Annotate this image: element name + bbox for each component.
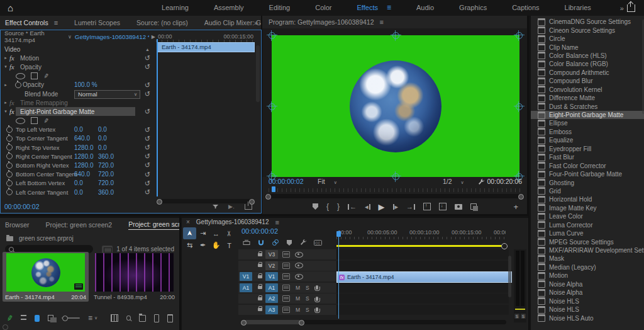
zoom-slider[interactable] <box>62 317 80 319</box>
work-area-bar[interactable] <box>336 245 502 247</box>
filter-icon[interactable] <box>213 205 218 208</box>
tool-track-select-forward[interactable]: ⇥ <box>196 227 209 239</box>
scrollbar-handle[interactable] <box>157 199 162 205</box>
tool-type[interactable]: T <box>223 239 236 251</box>
lock-icon[interactable] <box>255 286 264 289</box>
program-timecode[interactable]: 00:00:00:02 <box>269 178 303 185</box>
effect-item[interactable]: Image Matte Key <box>531 204 644 212</box>
effect-item[interactable]: Luma Corrector <box>531 221 644 229</box>
reset-icon[interactable] <box>145 89 150 98</box>
ruler-label[interactable]: 00:00:15:00 <box>452 229 482 236</box>
work-area-handle[interactable] <box>501 243 508 249</box>
effect-item[interactable]: Eyedropper Fill <box>531 145 644 153</box>
automate-to-sequence-icon[interactable] <box>111 314 118 322</box>
play-button-icon[interactable] <box>379 202 385 212</box>
effect-item[interactable]: Emboss <box>531 128 644 136</box>
effect-item[interactable]: Compound Blur <box>531 77 644 85</box>
vertex-y-value[interactable]: 720.0 <box>98 162 114 169</box>
mark-out-icon[interactable] <box>337 202 340 211</box>
reset-icon[interactable] <box>145 143 150 152</box>
step-forward-icon[interactable] <box>393 203 399 211</box>
vertex-x-value[interactable]: 0.0 <box>74 126 83 133</box>
source-patch[interactable] <box>240 305 252 314</box>
effect-item[interactable]: Noise HLS <box>531 297 644 305</box>
effect-item[interactable]: Horizontal Hold <box>531 195 644 203</box>
stopwatch-icon[interactable] <box>6 171 13 178</box>
comparison-view-icon[interactable] <box>470 203 477 210</box>
reset-icon[interactable] <box>145 134 150 143</box>
ruler-label[interactable]: 00:00:2 <box>494 229 506 236</box>
scrollbar-handle[interactable] <box>242 320 301 324</box>
effect-item[interactable]: Cineon Source Settings <box>531 26 644 34</box>
effect-item[interactable]: Ghosting <box>531 178 644 186</box>
vertex-y-value[interactable]: 360.0 <box>98 189 114 196</box>
panel-tab[interactable]: Audio Clip Mixer: GettyImages-106038941 … <box>204 19 261 26</box>
matte-handle[interactable] <box>269 32 275 39</box>
stopwatch-icon[interactable] <box>6 153 13 159</box>
workspace-tab[interactable]: Captions <box>499 0 552 16</box>
export-icon[interactable] <box>245 204 252 210</box>
program-title[interactable]: Program: GettyImages-1060389412 <box>269 18 374 26</box>
voiceover-mic-icon[interactable] <box>316 307 318 312</box>
vertex-y-value[interactable]: 720.0 <box>98 179 114 186</box>
vertex-y-value[interactable]: 720.0 <box>98 171 114 178</box>
pen-mask-icon[interactable] <box>43 72 48 79</box>
matte-handle[interactable] <box>516 32 523 39</box>
effect-item[interactable]: Four-Point Garbage Matte <box>531 170 644 178</box>
program-scrubber[interactable] <box>269 188 521 192</box>
play-icon[interactable]: ▶ <box>152 34 155 40</box>
add-marker-icon[interactable] <box>313 203 318 210</box>
source-patch[interactable]: A1 <box>240 283 252 292</box>
solo-button[interactable]: S <box>514 314 519 319</box>
panel-tab[interactable]: Source: (no clips) ≡ <box>136 19 188 26</box>
vertex-x-value[interactable]: 0.0 <box>74 179 83 186</box>
effect-row-opacity[interactable]: ▾ fx Opacity <box>1 62 155 71</box>
effect-item[interactable]: Motion <box>531 271 644 280</box>
effect-item[interactable]: Luma Curve <box>531 229 644 237</box>
vertex-y-value[interactable]: 0.0 <box>98 126 107 133</box>
clip-thumbnail[interactable] <box>6 253 85 292</box>
workspace-overflow-icon[interactable]: » <box>620 4 624 12</box>
panel-tab[interactable]: Browser ≡ <box>5 220 30 230</box>
linked-selection-icon[interactable] <box>272 239 279 246</box>
solo-button[interactable]: S <box>521 314 526 319</box>
mute-button[interactable]: M <box>296 307 300 313</box>
playback-resolution-select[interactable]: 1/2∨ <box>443 178 464 185</box>
effect-item[interactable]: Fast Color Corrector <box>531 161 644 169</box>
lift-icon[interactable] <box>423 203 431 210</box>
project-breadcrumb[interactable]: green screen.prproj <box>6 235 179 242</box>
track-target-button[interactable]: V2 <box>265 261 278 270</box>
list-view-icon[interactable] <box>21 315 26 321</box>
mute-button[interactable]: M <box>296 285 300 291</box>
effect-item[interactable]: Compound Arithmetic <box>531 69 644 77</box>
reset-icon[interactable] <box>145 54 150 62</box>
tool-selection[interactable]: ➤ <box>183 227 196 239</box>
home-icon[interactable]: ⌂ <box>8 0 13 16</box>
matte-handle[interactable] <box>516 103 523 110</box>
effect-item[interactable]: Noise Alpha <box>531 280 644 288</box>
effect-item[interactable]: Noise HLS <box>531 305 644 314</box>
collapse-icon[interactable]: ▾ <box>2 64 9 69</box>
effect-row-time-remapping[interactable]: ▸ fx Time Remapping <box>1 98 155 107</box>
rect-mask-icon[interactable] <box>31 117 38 124</box>
clip-card-Tunnel - 84938.mp4[interactable]: Tunnel - 84938.mp4 20:00 <box>91 252 177 302</box>
settings-wrench-icon[interactable] <box>477 178 485 186</box>
workspace-tab[interactable]: Libraries <box>552 0 604 16</box>
effect-item[interactable]: Mask <box>531 254 644 263</box>
expand-icon[interactable]: ▸ <box>2 55 9 60</box>
reset-icon[interactable] <box>145 125 150 134</box>
mute-button[interactable]: M <box>296 295 300 302</box>
ruler-label[interactable]: 00:00:10:00 <box>409 229 440 236</box>
nest-sequence-icon[interactable] <box>243 239 250 246</box>
chevron-down-icon[interactable]: ∨ <box>68 34 72 40</box>
vertex-x-value[interactable]: 640.0 <box>74 135 90 142</box>
effect-item[interactable]: Convolution Kernel <box>531 86 644 94</box>
scrollbar-handle[interactable] <box>265 194 271 200</box>
effect-item[interactable]: Dust & Scratches <box>531 102 644 110</box>
source-patch[interactable]: V1 <box>240 272 252 281</box>
workspace-tab[interactable]: Editing <box>257 0 303 16</box>
effect-row-motion[interactable]: ▸ fx Motion <box>1 54 155 62</box>
clip-card-Earth - 34174.mp4[interactable]: Earth - 34174.mp4 20:04 <box>3 252 89 302</box>
panel-tab[interactable]: Lumetri Scopes ≡ <box>74 19 120 26</box>
export-frame-icon[interactable] <box>455 204 462 210</box>
